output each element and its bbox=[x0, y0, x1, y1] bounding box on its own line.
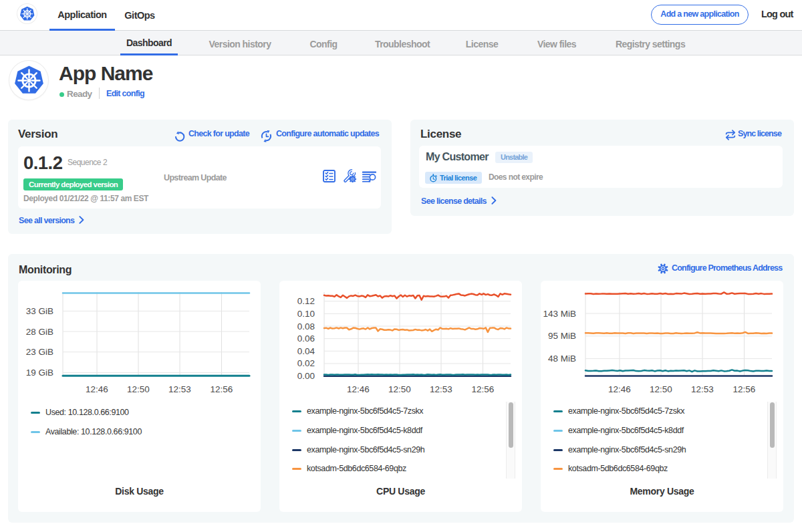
svg-text:12:53: 12:53 bbox=[430, 384, 452, 394]
svg-text:12:56: 12:56 bbox=[733, 384, 756, 394]
svg-text:0.02: 0.02 bbox=[297, 358, 315, 368]
svg-text:95 MiB: 95 MiB bbox=[548, 331, 576, 341]
svg-text:0.08: 0.08 bbox=[297, 321, 315, 331]
svg-text:0.06: 0.06 bbox=[297, 334, 315, 344]
svg-text:12:56: 12:56 bbox=[472, 384, 495, 394]
svg-text:33 GiB: 33 GiB bbox=[26, 306, 53, 316]
svg-text:0.12: 0.12 bbox=[297, 296, 315, 306]
svg-text:12:46: 12:46 bbox=[347, 384, 370, 394]
svg-text:48 MiB: 48 MiB bbox=[548, 354, 576, 364]
svg-text:19 GiB: 19 GiB bbox=[26, 368, 53, 378]
svg-text:12:56: 12:56 bbox=[211, 384, 233, 394]
svg-text:12:46: 12:46 bbox=[608, 384, 631, 394]
svg-text:12:50: 12:50 bbox=[650, 384, 672, 394]
svg-text:12:50: 12:50 bbox=[388, 384, 411, 394]
svg-text:28 GiB: 28 GiB bbox=[26, 327, 53, 337]
svg-text:12:53: 12:53 bbox=[168, 384, 191, 394]
svg-text:12:46: 12:46 bbox=[86, 384, 108, 394]
svg-text:12:50: 12:50 bbox=[127, 384, 150, 394]
svg-text:12:53: 12:53 bbox=[691, 384, 714, 394]
svg-text:0.10: 0.10 bbox=[297, 309, 315, 319]
svg-text:143 MiB: 143 MiB bbox=[543, 309, 576, 319]
svg-text:23 GiB: 23 GiB bbox=[26, 347, 53, 357]
svg-text:0.04: 0.04 bbox=[297, 346, 315, 356]
svg-text:0.00: 0.00 bbox=[297, 371, 315, 381]
